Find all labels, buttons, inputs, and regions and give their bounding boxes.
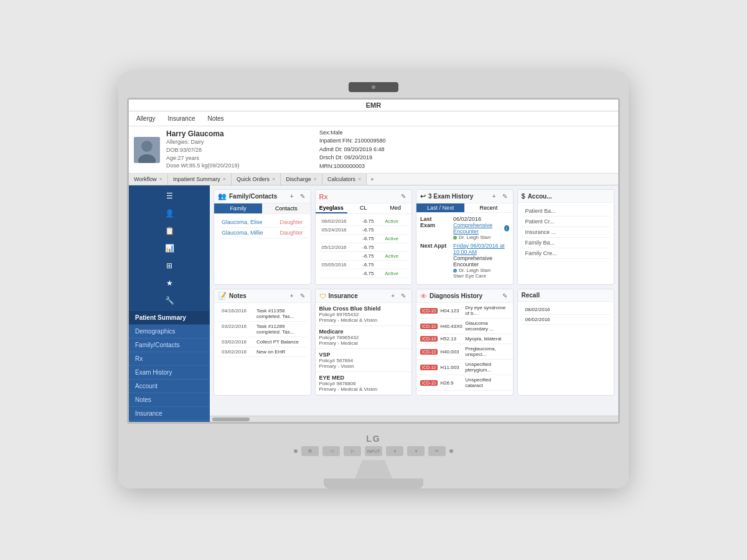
content-scroll: 👥 Family/Contacts + ✎ Family Contacts — [210, 185, 618, 416]
exam-tab-last-next[interactable]: Last / Next — [416, 203, 464, 212]
insurance-body: Blue Cross Blue Shield Policy# 89765432 … — [316, 303, 412, 395]
rx-row-0: 06/02/2016 -6.75 Active — [319, 217, 408, 226]
family-contacts-title: Family/Contacts — [229, 193, 286, 200]
icd-badge-2: ICD-10 — [420, 336, 438, 342]
nav-notes[interactable]: Notes — [205, 114, 227, 123]
tab-close-calculators[interactable]: × — [358, 176, 361, 182]
family-edit-btn[interactable]: ✎ — [298, 192, 307, 200]
sidebar-item-notes[interactable]: Notes — [129, 393, 210, 407]
monitor-btn-1[interactable]: ◁ — [322, 446, 340, 456]
monitor-btn-0[interactable]: ⊞ — [301, 446, 319, 456]
patient-admit: Admit Dt: 09/20/2019 6:48 — [319, 146, 613, 154]
exam-last-row: LastExam 06/02/2016 Comprehensive Encoun… — [420, 216, 509, 240]
tab-inpatient[interactable]: Inpatient Summary × — [168, 174, 232, 185]
rx-row-1: 05/24/2016 -6.75 — [319, 226, 408, 235]
ins-row-2: VSP Policy# 567894 Primary - Vision — [316, 349, 412, 372]
exam-tab-recent[interactable]: Recent — [464, 203, 512, 212]
sidebar-icon-tool[interactable]: 🔧 — [161, 294, 178, 307]
recall-title: Recall — [522, 292, 611, 299]
rx-edit-btn[interactable]: ✎ — [399, 192, 408, 200]
tab-workflow[interactable]: Workflow × — [129, 174, 168, 185]
exam-edit-btn[interactable]: ✎ — [500, 192, 509, 200]
tab-calculators[interactable]: Calculators × — [322, 174, 367, 185]
exam-last-label: LastExam — [420, 216, 448, 240]
nav-allergy[interactable]: Allergy — [134, 114, 158, 123]
content-bottom-scrollbar[interactable] — [210, 416, 618, 422]
tabs-more[interactable]: » — [367, 174, 377, 185]
icd-badge-3: ICD-10 — [420, 349, 438, 355]
exam-next-link[interactable]: Friday 06/03/2016 at 10:00 AM — [453, 243, 509, 255]
family-name-1[interactable]: Glaucoma, Millie — [222, 230, 263, 236]
sidebar-icon-menu[interactable]: ☰ — [161, 189, 178, 203]
diagnosis-edit-btn[interactable]: ✎ — [500, 292, 509, 300]
rx-tab-eyeglass[interactable]: Eyeglass — [316, 203, 348, 213]
patient-dose: Dose Wt:85.5 kg(09/20/2019) — [166, 162, 313, 170]
family-row-0: Glaucoma, Elise Daughter — [218, 217, 307, 228]
sidebar-icon-star[interactable]: ★ — [161, 276, 178, 290]
tab-quickorders[interactable]: Quick Orders × — [232, 174, 281, 185]
exam-add-btn[interactable]: + — [491, 192, 498, 200]
dot-blue-next — [453, 269, 457, 273]
sidebar-item-exam-history[interactable]: Exam History — [129, 366, 210, 380]
card-rx: Rx ✎ Eyeglass CL Med — [315, 189, 413, 285]
patient-age: Age:27 years — [166, 154, 313, 162]
family-tab-contacts[interactable]: Contacts — [262, 203, 310, 213]
sidebar-icon-user[interactable]: 👤 — [161, 207, 178, 220]
monitor-btn-2[interactable]: ▷ — [344, 446, 361, 456]
monitor-btn-4[interactable]: ∨ — [407, 446, 425, 456]
sidebar-item-diagnosis-history[interactable]: Diagnosis History — [129, 421, 210, 422]
sidebar-item-demographics[interactable]: Demographics — [129, 325, 210, 338]
sidebar-icon-chart[interactable]: 📊 — [161, 241, 178, 255]
rx-table: 06/02/2016 -6.75 Active 05/24/2016 -6.75 — [319, 217, 408, 278]
scrollbar-thumb[interactable] — [212, 418, 250, 421]
rx-tab-med[interactable]: Med — [380, 203, 412, 213]
exam-last-details: 06/02/2016 Comprehensive Encounter i Dr.… — [453, 216, 509, 240]
sidebar-item-insurance[interactable]: Insurance — [129, 407, 210, 421]
monitor-btn-3[interactable]: ∧ — [386, 446, 403, 456]
tab-close-discharge[interactable]: × — [314, 176, 317, 182]
card-account: $ Accou... Patient Ba... Patient Cr... I… — [517, 189, 615, 285]
notes-edit-btn[interactable]: ✎ — [298, 292, 307, 300]
tab-close-inpatient[interactable]: × — [223, 176, 226, 182]
tab-discharge[interactable]: Discharge × — [281, 174, 322, 185]
sidebar-item-rx[interactable]: Rx — [129, 352, 210, 366]
notes-actions: + ✎ — [288, 292, 307, 300]
notes-row-0: 04/16/2016 Task #11358 completed. Tas... — [218, 306, 307, 322]
exam-body: LastExam 06/02/2016 Comprehensive Encoun… — [416, 213, 513, 284]
recall-body: 08/02/2016 06/02/2016 — [518, 302, 614, 328]
card-recall-header: Recall — [518, 289, 614, 302]
card-exam-history-header: ↩ 3 Exam History + ✎ — [416, 190, 513, 203]
svg-point-1 — [141, 141, 153, 152]
ins-row-3: EYE MED Policy# 9878806 Primary - Medica… — [316, 372, 412, 395]
sidebar-item-account[interactable]: Account — [129, 380, 210, 393]
nav-insurance[interactable]: Insurance — [166, 114, 198, 123]
diag-row-5: ICD-10 H26.9 Unspecified cataract — [416, 375, 513, 391]
family-tab-family[interactable]: Family — [214, 203, 262, 213]
insurance-add-btn[interactable]: + — [389, 292, 397, 300]
monitor-btn-input[interactable]: INPUT — [365, 446, 382, 456]
sidebar-icon-grid[interactable]: ⊞ — [161, 259, 178, 273]
sidebar: ☰ 👤 📋 📊 ⊞ ★ 🔧 Patient Summary Demographi… — [129, 185, 210, 422]
monitor-power-dot — [449, 449, 453, 453]
family-name-0[interactable]: Glaucoma, Elise — [222, 219, 263, 225]
sidebar-icon-calendar[interactable]: 📋 — [161, 224, 178, 238]
card-insurance-header: 🛡 Insurance + ✎ — [316, 289, 412, 303]
monitor-btn-5[interactable]: ↩ — [428, 446, 446, 456]
sidebar-item-family-contacts[interactable]: Family/Contacts — [129, 338, 210, 352]
monitor-top-bar — [127, 80, 620, 94]
sidebar-item-patient-summary[interactable]: Patient Summary — [129, 311, 210, 325]
exam-next-location: Starr Eye Care — [453, 273, 509, 279]
monitor-stand — [355, 460, 392, 478]
family-add-btn[interactable]: + — [288, 192, 296, 200]
webcam — [349, 82, 398, 92]
info-icon[interactable]: i — [504, 225, 509, 231]
rx-tab-cl[interactable]: CL — [347, 203, 380, 213]
tab-close-workflow[interactable]: × — [159, 176, 162, 182]
exam-next-type: Comprehensive Encounter — [453, 255, 509, 268]
diag-row-4: ICD-10 H11.003 Unspecified pterygium... — [416, 360, 513, 375]
exam-last-link[interactable]: Comprehensive Encounter — [453, 222, 502, 235]
tab-close-quickorders[interactable]: × — [272, 176, 275, 182]
insurance-edit-btn[interactable]: ✎ — [399, 292, 408, 300]
patient-info: Harry Glaucoma Allergies: Dairy DOB:93/0… — [166, 129, 313, 169]
notes-add-btn[interactable]: + — [288, 292, 296, 300]
